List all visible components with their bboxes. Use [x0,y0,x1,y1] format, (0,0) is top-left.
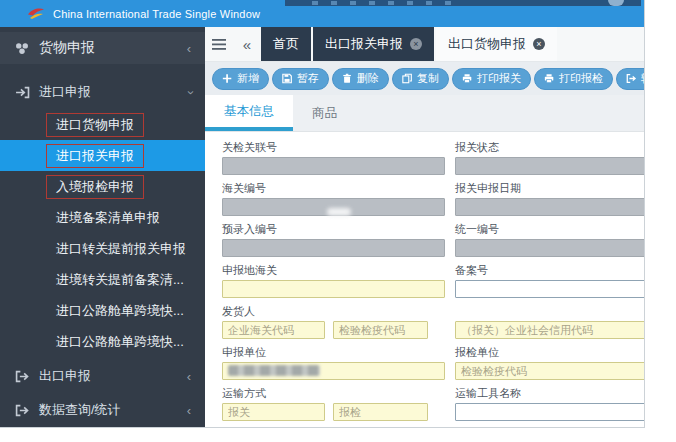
sidebar-root-cargo-declaration[interactable]: 货物申报 ‹ [0,32,205,64]
annotation-box: 进口货物申报 [46,113,144,137]
toolbar-button-label: 转至报关 [641,71,645,86]
sidebar-section-3[interactable]: 数据查询/统计‹ [0,395,205,425]
sidebar-item[interactable]: 进境转关提前备案清... [0,264,205,295]
sidebar: 货物申报 ‹ 进口申报‹进口货物申报进口报关申报入境报检申报进境备案清单申报进口… [0,27,205,428]
sidebar-section-label: 进口申报 [39,83,91,101]
打印报检-button[interactable]: 打印报检 [534,68,613,90]
field-group [455,197,645,216]
tab-出口报关申报[interactable]: 出口报关申报× [313,27,434,61]
field-group [455,361,645,380]
运输方式-input[interactable] [222,403,325,421]
sidebar-item[interactable]: 进口转关提前报关申报 [0,233,205,264]
tab-close-icon[interactable]: × [533,38,545,50]
field-group [455,279,645,298]
print-icon [462,73,473,84]
form-cell-left: 运输方式 [222,386,445,421]
chevron-left-icon: ‹ [187,370,191,383]
field-wrap [455,361,645,380]
sidebar-item-label: 进境转关提前备案清... [46,268,194,292]
新增-button[interactable]: 新增 [212,68,269,90]
报检单位-input[interactable] [455,362,645,380]
打印报关-button[interactable]: 打印报关 [452,68,531,90]
发货人-input[interactable] [333,321,428,339]
报关状态-input [455,157,645,175]
tab-label: 首页 [273,35,299,53]
暂存-button[interactable]: 暂存 [272,68,329,90]
备案号-input[interactable] [455,280,645,298]
field-wrap [222,238,445,257]
复制-button[interactable]: 复制 [392,68,449,90]
tab-出口货物申报[interactable]: 出口货物申报× [436,27,557,61]
toolbar-button-label: 删除 [357,71,379,86]
app-window: China International Trade Single Window … [0,0,645,428]
form-cell-left: 关检关联号 [222,140,445,175]
form-cell-left: 申报地海关 [222,263,445,298]
field-wrap [222,279,445,298]
申报地海关-input[interactable] [222,280,445,298]
field-label [455,304,645,317]
tab-close-icon[interactable]: × [410,38,422,50]
预录入编号-input [222,239,445,257]
sidebar-item[interactable]: 进口货物申报 [0,109,205,140]
sidebar-toggle-icon[interactable] [205,27,233,61]
sidebar-section-1[interactable]: 进口申报‹ [0,77,205,107]
tab-商品[interactable]: 商品 [293,95,356,131]
报关申报日期-input [455,198,645,216]
field-wrap [222,320,325,339]
form-row: 发货人 [222,304,645,339]
field-group [222,156,445,175]
field-input[interactable] [455,321,645,339]
tab-基本信息[interactable]: 基本信息 [205,95,293,131]
sign-out-icon [14,404,30,417]
scroll-tabs-left-icon[interactable]: « [233,27,261,61]
trash-icon [342,73,353,84]
form-cell-left: 发货人 [222,304,445,339]
form-cell-right: 运输工具名称 [455,386,645,421]
sidebar-item[interactable]: 进境备案清单申报 [0,202,205,233]
cropped-header-remnant [285,0,641,6]
运输工具名称-input[interactable] [455,403,645,421]
field-wrap [455,156,645,175]
field-label: 运输方式 [222,386,445,399]
field-wrap [455,320,645,339]
field-label: 海关编号 [222,181,445,194]
field-wrap [455,402,645,421]
删除-button[interactable]: 删除 [332,68,389,90]
发货人-input[interactable] [222,321,325,339]
field-wrap [222,361,445,380]
sidebar-item[interactable]: 入境报检申报 [0,171,205,202]
page: { "brand": { "title": "China Internation… [0,0,676,442]
运输方式-input[interactable] [333,403,428,421]
sidebar-item[interactable]: 进口报关申报 [0,140,205,171]
tab-label: 出口报关申报 [325,35,403,53]
field-label: 发货人 [222,304,445,317]
field-wrap [455,197,645,216]
field-wrap [222,197,445,216]
topbar: China International Trade Single Window [0,0,644,27]
sidebar-section-2[interactable]: 出口申报‹ [0,361,205,391]
sign-out-icon [14,370,30,383]
field-wrap [222,402,325,421]
save-icon [282,73,293,84]
form-row: 关检关联号报关状态 [222,140,645,175]
field-wrap [222,156,445,175]
tab-首页[interactable]: 首页 [261,27,311,61]
brand-title: China International Trade Single Window [53,8,260,20]
sidebar-item-label: 进口公路舱单跨境快... [46,330,194,354]
sidebar-item[interactable]: 进口公路舱单跨境快... [0,326,205,357]
form-cell-right: 报关状态 [455,140,645,175]
sidebar-submenu: 进口货物申报进口报关申报入境报检申报进境备案清单申报进口转关提前报关申报进境转关… [0,107,205,357]
tab-bar: « 首页出口报关申报×出口货物申报× [205,27,645,62]
field-wrap [333,320,428,339]
sidebar-item-label: 进口转关提前报关申报 [46,237,196,261]
sidebar-item[interactable]: 进口公路舱单跨境快... [0,295,205,326]
转至报关-button[interactable]: 转至报关 [616,68,645,90]
form-row: 申报地海关备案号 [222,263,645,298]
form-cell-right: 报关申报日期 [455,181,645,216]
main-area: « 首页出口报关申报×出口货物申报× 新增暂存删除复制打印报关打印报检转至报关 … [205,27,645,428]
form-row: 海关编号报关申报日期 [222,181,645,216]
chevron-left-icon: ‹ [187,404,191,417]
single-window-logo-icon [26,6,46,21]
chevron-left-icon: ‹ [187,42,191,55]
sidebar-root-label: 货物申报 [39,39,95,57]
